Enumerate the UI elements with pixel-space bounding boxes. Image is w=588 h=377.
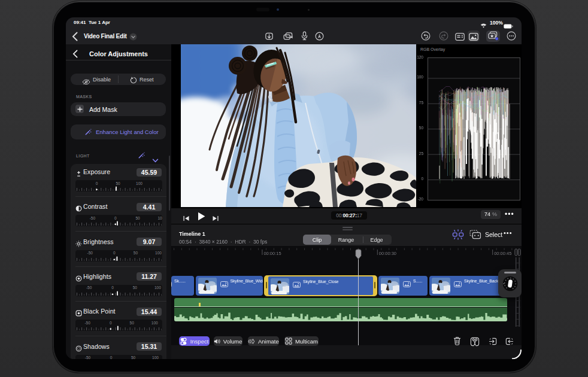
svg-text:00:00:15: 00:00:15	[263, 251, 281, 256]
svg-text:00:00:30: 00:00:30	[379, 251, 396, 256]
svg-text:00:00:45: 00:00:45	[494, 251, 511, 256]
